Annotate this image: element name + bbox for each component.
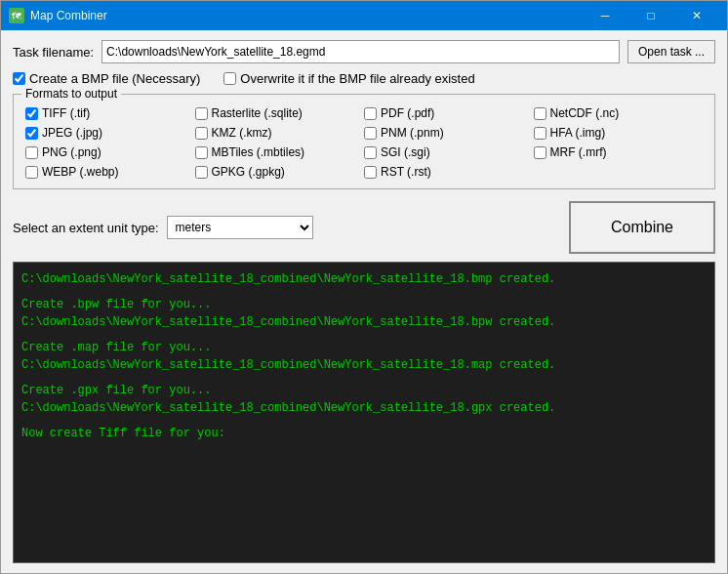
formats-legend: Formats to output [21, 87, 121, 101]
extent-label: Select an extent unit type: [13, 221, 159, 235]
overwrite-bmp-checkbox[interactable] [223, 72, 236, 85]
task-label: Task filename: [13, 45, 94, 60]
output-area[interactable]: C:\downloads\NewYork_satellite_18_combin… [13, 262, 715, 563]
format-png-cb[interactable] [25, 146, 38, 159]
format-pnm-cb[interactable] [364, 127, 377, 140]
format-tiff-cb[interactable] [25, 107, 38, 120]
format-png[interactable]: PNG (.png) [25, 145, 195, 159]
format-tiff[interactable]: TIFF (.tif) [25, 106, 195, 120]
format-rst[interactable]: RST (.rst) [364, 165, 534, 179]
format-hfa[interactable]: HFA (.img) [534, 126, 704, 140]
format-jpeg-cb[interactable] [25, 127, 38, 140]
format-kmz[interactable]: KMZ (.kmz) [195, 126, 365, 140]
format-mbtiles[interactable]: MBTiles (.mbtiles) [195, 145, 365, 159]
format-mrf-cb[interactable] [534, 146, 546, 159]
output-line: Create .bpw file for you... [21, 296, 707, 313]
window-icon: 🗺 [9, 8, 24, 23]
format-kmz-cb[interactable] [195, 127, 208, 140]
combine-button[interactable]: Combine [569, 201, 715, 254]
formats-group: Formats to output TIFF (.tif) Rasterlite… [13, 94, 715, 189]
output-line [21, 288, 707, 296]
format-rasterlite-cb[interactable] [195, 107, 208, 120]
output-line: C:\downloads\NewYork_satellite_18_combin… [21, 356, 707, 374]
minimize-button[interactable]: ─ [583, 1, 627, 30]
format-gpkg[interactable]: GPKG (.gpkg) [195, 165, 365, 179]
output-line: C:\downloads\NewYork_satellite_18_combin… [21, 399, 707, 417]
task-row: Task filename: Open task ... [13, 40, 715, 63]
format-jpeg[interactable]: JPEG (.jpg) [25, 126, 195, 140]
top-checkboxes: Create a BMP file (Necessary) Overwrite … [13, 71, 715, 86]
format-empty [534, 165, 704, 179]
format-sgi[interactable]: SGI (.sgi) [364, 145, 534, 159]
title-bar: 🗺 Map Combiner ─ □ ✕ [1, 1, 727, 30]
open-task-button[interactable]: Open task ... [627, 40, 715, 63]
output-line: C:\downloads\NewYork_satellite_18_combin… [21, 270, 707, 288]
output-line: Create .map file for you... [21, 339, 707, 356]
create-bmp-label: Create a BMP file (Necessary) [29, 71, 200, 86]
output-line [21, 331, 707, 339]
output-line [21, 417, 707, 425]
overwrite-bmp-label: Overwrite it if the BMP file already exi… [240, 71, 474, 86]
format-gpkg-cb[interactable] [195, 166, 208, 179]
format-hfa-cb[interactable] [534, 127, 546, 140]
window-title: Map Combiner [30, 9, 583, 22]
main-window: 🗺 Map Combiner ─ □ ✕ Task filename: Open… [0, 0, 728, 574]
main-content: Task filename: Open task ... Create a BM… [1, 30, 727, 573]
extent-select[interactable]: meters degrees pixels [167, 216, 313, 239]
task-input[interactable] [101, 40, 620, 63]
bottom-row: Select an extent unit type: meters degre… [13, 201, 715, 254]
output-line: Create .gpx file for you... [21, 382, 707, 399]
format-rst-cb[interactable] [364, 166, 377, 179]
format-rasterlite[interactable]: Rasterlite (.sqlite) [195, 106, 365, 120]
format-netcdf[interactable]: NetCDF (.nc) [534, 106, 704, 120]
output-line: Now create Tiff file for you: [21, 425, 707, 442]
close-button[interactable]: ✕ [674, 1, 719, 30]
format-webp[interactable]: WEBP (.webp) [25, 165, 195, 179]
format-pnm[interactable]: PNM (.pnm) [364, 126, 534, 140]
format-pdf[interactable]: PDF (.pdf) [364, 106, 534, 120]
format-netcdf-cb[interactable] [534, 107, 546, 120]
output-line: C:\downloads\NewYork_satellite_18_combin… [21, 313, 707, 331]
extent-row: Select an extent unit type: meters degre… [13, 216, 313, 239]
format-pdf-cb[interactable] [364, 107, 377, 120]
format-sgi-cb[interactable] [364, 146, 377, 159]
format-mbtiles-cb[interactable] [195, 146, 208, 159]
window-controls: ─ □ ✕ [583, 1, 719, 30]
overwrite-bmp-checkbox-label[interactable]: Overwrite it if the BMP file already exi… [223, 71, 474, 86]
create-bmp-checkbox[interactable] [13, 72, 25, 85]
format-mrf[interactable]: MRF (.mrf) [534, 145, 704, 159]
maximize-button[interactable]: □ [628, 1, 673, 30]
create-bmp-checkbox-label[interactable]: Create a BMP file (Necessary) [13, 71, 200, 86]
formats-grid: TIFF (.tif) Rasterlite (.sqlite) PDF (.p… [25, 106, 703, 179]
format-webp-cb[interactable] [25, 166, 38, 179]
output-line [21, 374, 707, 382]
